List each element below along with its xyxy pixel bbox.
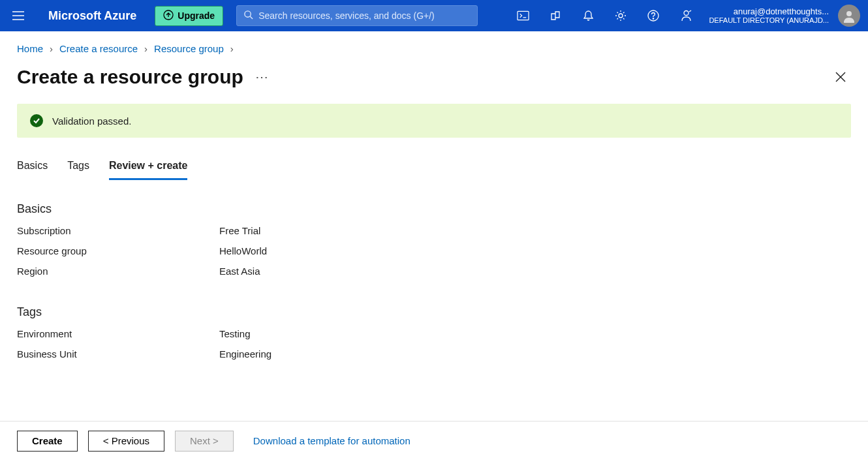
upgrade-button[interactable]: Upgrade (155, 6, 223, 26)
create-button[interactable]: Create (17, 431, 78, 452)
cloud-shell-icon[interactable] (508, 0, 538, 31)
search-icon (243, 10, 253, 22)
search-field[interactable] (258, 10, 471, 21)
breadcrumb-resource-group[interactable]: Resource group (154, 43, 224, 54)
validation-banner: Validation passed. (17, 104, 851, 138)
svg-line-5 (250, 16, 253, 19)
svg-point-11 (846, 11, 852, 16)
tab-tags[interactable]: Tags (67, 160, 89, 180)
check-circle-icon (30, 114, 43, 127)
top-icons: anuraj@dotnetthoughts... DEFAULT DIRECTO… (508, 0, 860, 31)
section-tags-title: Tags (17, 305, 851, 319)
title-row: Create a resource group ⋯ (17, 66, 851, 88)
kv-key: Resource group (17, 245, 219, 256)
directories-icon[interactable] (540, 0, 570, 31)
svg-point-9 (653, 18, 654, 19)
content-area: Home › Create a resource › Resource grou… (0, 31, 868, 421)
svg-point-7 (619, 14, 623, 18)
previous-button[interactable]: < Previous (88, 431, 164, 452)
kv-business-unit: Business Unit Engineering (17, 348, 851, 360)
kv-value: HelloWorld (219, 245, 267, 256)
kv-environment: Environment Testing (17, 328, 851, 339)
account-directory: DEFAULT DIRECTORY (ANURAJD... (709, 16, 829, 25)
chevron-right-icon: › (50, 43, 53, 54)
kv-key: Business Unit (17, 348, 219, 360)
chevron-right-icon: › (144, 43, 147, 54)
breadcrumb-home[interactable]: Home (17, 43, 43, 54)
tab-review-create[interactable]: Review + create (109, 160, 188, 180)
kv-key: Region (17, 266, 219, 277)
page-title: Create a resource group (17, 66, 243, 88)
kv-subscription: Subscription Free Trial (17, 225, 851, 236)
feedback-icon[interactable] (671, 0, 701, 31)
kv-value: Testing (219, 328, 251, 339)
brand-label[interactable]: Microsoft Azure (48, 9, 136, 23)
footer-bar: Create < Previous Next > Download a temp… (0, 421, 868, 460)
breadcrumb: Home › Create a resource › Resource grou… (17, 43, 851, 54)
next-button: Next > (175, 431, 234, 452)
kv-value: East Asia (219, 266, 260, 277)
download-template-link[interactable]: Download a template for automation (253, 435, 411, 446)
account-email: anuraj@dotnetthoughts... (734, 7, 829, 17)
chevron-right-icon: › (230, 43, 234, 54)
avatar[interactable] (838, 5, 860, 27)
kv-region: Region East Asia (17, 266, 851, 277)
more-icon[interactable]: ⋯ (255, 70, 270, 84)
svg-rect-6 (518, 11, 529, 20)
kv-key: Environment (17, 328, 219, 339)
kv-key: Subscription (17, 225, 219, 236)
notifications-icon[interactable] (573, 0, 603, 31)
tabs: Basics Tags Review + create (17, 160, 851, 180)
validation-message: Validation passed. (52, 115, 131, 127)
svg-point-4 (245, 11, 251, 17)
search-input[interactable] (236, 5, 478, 26)
upgrade-label: Upgrade (178, 10, 215, 21)
tab-basics[interactable]: Basics (17, 160, 48, 180)
kv-resource-group: Resource group HelloWorld (17, 245, 851, 256)
settings-icon[interactable] (606, 0, 636, 31)
breadcrumb-create-resource[interactable]: Create a resource (59, 43, 138, 54)
kv-value: Engineering (219, 348, 271, 360)
menu-icon[interactable] (8, 5, 29, 26)
close-icon[interactable] (830, 67, 851, 87)
section-basics-title: Basics (17, 202, 851, 216)
account-block[interactable]: anuraj@dotnetthoughts... DEFAULT DIRECTO… (709, 7, 829, 25)
help-icon[interactable] (638, 0, 668, 31)
upgrade-icon (163, 10, 174, 22)
kv-value: Free Trial (219, 225, 260, 236)
top-bar: Microsoft Azure Upgrade anura (0, 0, 868, 31)
svg-point-10 (684, 11, 689, 16)
